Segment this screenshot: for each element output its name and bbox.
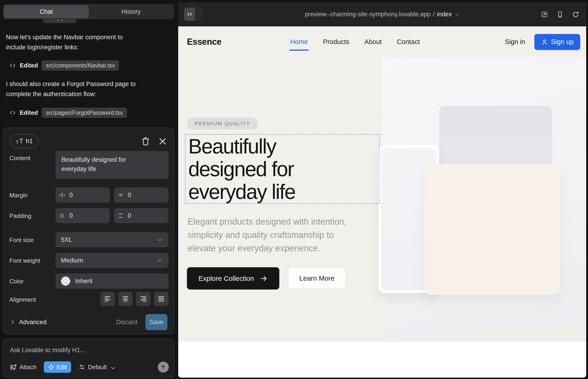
padding-label: Padding xyxy=(9,212,31,220)
delete-element-button[interactable] xyxy=(140,136,151,146)
align-left-button[interactable] xyxy=(100,292,115,306)
refresh-button[interactable] xyxy=(572,11,579,18)
advanced-label: Advanced xyxy=(19,319,46,326)
file-chip[interactable]: src/components/Navbar.tsx xyxy=(42,60,119,71)
mobile-phone-icon xyxy=(556,11,564,18)
url-page-selector[interactable]: index xyxy=(437,11,452,18)
margin-x-input[interactable]: 0 xyxy=(56,188,110,203)
margin-x-value: 0 xyxy=(69,191,73,199)
explore-collection-button[interactable]: Explore Collection xyxy=(187,267,279,289)
sign-up-label: Sign up xyxy=(551,38,573,46)
learn-more-button[interactable]: Learn More xyxy=(288,267,346,289)
mobile-view-button[interactable] xyxy=(556,11,564,18)
code-icon xyxy=(184,8,195,21)
nav-link-contact[interactable]: Contact xyxy=(397,38,420,46)
hero-badge: PREMIUM QUALITY xyxy=(187,117,258,130)
align-justify-icon xyxy=(157,295,165,303)
site-logo[interactable]: Essence xyxy=(187,37,221,47)
align-right-icon xyxy=(139,295,147,303)
margin-y-input[interactable]: 0 xyxy=(114,188,168,203)
hero-heading-line: Beautifully xyxy=(188,135,295,158)
chevron-right-icon xyxy=(10,319,15,325)
nav-link-home[interactable]: Home xyxy=(290,38,308,46)
padding-horizontal-icon xyxy=(59,213,65,219)
trash-icon xyxy=(140,136,151,146)
typography-icon: TT xyxy=(16,138,23,144)
edited-file-row: Edited src/pages/ForgotPassword.tsx xyxy=(9,107,127,118)
chat-composer: Attach Edit Default xyxy=(3,339,174,377)
advanced-toggle[interactable]: Advanced xyxy=(10,319,46,326)
send-button[interactable] xyxy=(158,362,169,373)
code-icon xyxy=(9,109,16,116)
font-weight-label: Font weight xyxy=(9,257,40,264)
browser-toolbar: preview--charming-site-symphony.lovable.… xyxy=(178,2,586,26)
composer-input[interactable] xyxy=(10,345,157,355)
element-tag-name: h1 xyxy=(26,138,33,145)
edited-file-row: Edited src/components/Navbar.tsx xyxy=(9,60,119,71)
nav-link-products[interactable]: Products xyxy=(323,38,349,46)
tab-history[interactable]: History xyxy=(89,5,174,18)
site-nav-links: Home Products About Contact xyxy=(290,26,420,57)
color-label: Color xyxy=(9,278,24,285)
file-chip[interactable]: src/pages/ForgotPassword.tsx xyxy=(42,108,127,118)
assistant-message: Now let's update the Navbar component to… xyxy=(6,32,169,52)
attach-label: Attach xyxy=(19,364,36,371)
hero-cta-row: Explore Collection Learn More xyxy=(187,267,346,289)
browser-actions xyxy=(541,2,579,26)
explore-collection-label: Explore Collection xyxy=(199,275,254,283)
message-line: include login/register links: xyxy=(6,42,169,52)
content-input[interactable]: Beautifully designed for everyday life xyxy=(56,151,168,179)
site-viewport: Essence Home Products About Contact Sign… xyxy=(178,26,586,378)
align-center-icon xyxy=(122,295,129,303)
arrow-up-icon xyxy=(160,364,166,370)
browser-preview-frame: preview--charming-site-symphony.lovable.… xyxy=(178,2,586,378)
composer-toolbar: Attach Edit Default xyxy=(10,361,169,373)
padding-y-value: 0 xyxy=(128,212,131,219)
code-icon xyxy=(9,62,16,69)
close-panel-button[interactable] xyxy=(157,136,168,146)
font-size-select[interactable]: 5XL xyxy=(56,232,168,247)
font-weight-select[interactable]: Medium xyxy=(56,253,168,268)
margin-label: Margin xyxy=(9,192,28,199)
hero-paragraph-line: Elegant products designed with intention… xyxy=(187,215,346,228)
nav-link-about[interactable]: About xyxy=(364,38,382,46)
sign-in-button[interactable]: Sign in xyxy=(505,38,525,46)
chevron-down-icon xyxy=(157,237,163,243)
external-link-icon xyxy=(541,11,548,18)
align-right-button[interactable] xyxy=(136,292,150,306)
chevron-down-icon xyxy=(157,257,163,263)
save-button[interactable]: Save xyxy=(145,314,167,330)
align-center-button[interactable] xyxy=(118,292,133,306)
section-below-hero xyxy=(178,342,586,378)
chevron-down-icon[interactable] xyxy=(454,12,460,17)
padding-x-input[interactable]: 0 xyxy=(56,208,110,223)
message-line: I should also create a Forgot Password p… xyxy=(6,79,169,89)
url-separator: / xyxy=(433,11,435,18)
content-value-line: Beautifully designed for xyxy=(62,155,162,164)
tab-chat[interactable]: Chat xyxy=(4,5,89,18)
padding-y-input[interactable]: 0 xyxy=(114,208,168,223)
code-view-toggle[interactable] xyxy=(184,8,202,21)
refresh-icon xyxy=(572,11,579,18)
attach-button[interactable]: Attach xyxy=(10,364,36,371)
site-navbar: Essence Home Products About Contact Sign… xyxy=(178,26,586,57)
margin-vertical-icon xyxy=(118,192,124,198)
attach-image-icon xyxy=(10,364,17,371)
crosshair-icon xyxy=(48,364,54,370)
padding-vertical-icon xyxy=(118,213,124,219)
close-icon xyxy=(157,136,168,146)
sign-up-button[interactable]: Sign up xyxy=(534,34,580,50)
message-line: complete the authentication flow: xyxy=(6,89,169,99)
open-in-new-tab-button[interactable] xyxy=(541,11,548,18)
align-justify-button[interactable] xyxy=(154,292,168,306)
hero-heading[interactable]: Beautifully designed for everyday life xyxy=(188,135,295,203)
font-size-label: Font size xyxy=(9,237,34,244)
edit-mode-label: Edit xyxy=(57,364,67,371)
margin-y-value: 0 xyxy=(128,191,131,199)
align-left-icon xyxy=(104,295,111,303)
model-mode-button[interactable]: Default xyxy=(78,364,115,371)
color-select[interactable]: Inherit xyxy=(56,273,168,289)
discard-button[interactable]: Discard xyxy=(116,319,137,326)
scrolled-chip-fragment xyxy=(43,19,76,23)
edit-mode-button[interactable]: Edit xyxy=(44,361,71,373)
